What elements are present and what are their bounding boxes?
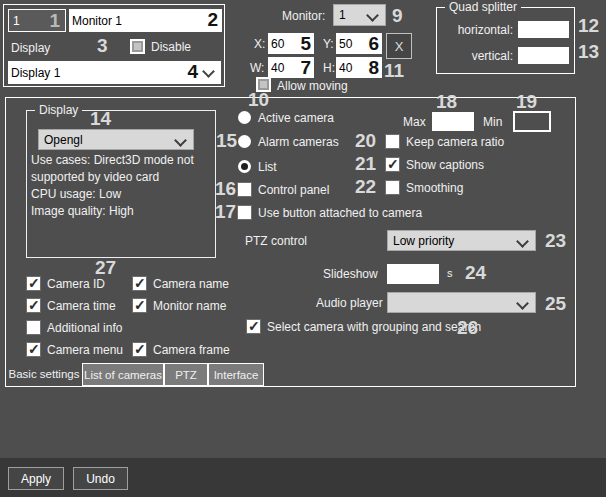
x-input[interactable]: 60 5 — [268, 33, 314, 54]
control-panel-label: Control panel — [258, 183, 329, 197]
callout-15: 15 — [216, 131, 237, 150]
list-label: List — [258, 160, 277, 174]
show-captions-label: Show captions — [406, 158, 484, 172]
monitor-list-cell[interactable]: 1 1 — [8, 9, 66, 32]
quad-splitter-group: Quad splitter horizontal: vertical: — [436, 7, 575, 74]
alarm-cameras-label: Alarm cameras — [258, 135, 339, 149]
alarm-cameras-radio[interactable] — [238, 135, 251, 148]
main-settings-panel: Display 14 Opengl Use cases: Direct3D mo… — [5, 97, 576, 387]
apply-button[interactable]: Apply — [8, 467, 64, 490]
chevron-down-icon — [202, 65, 215, 78]
w-value: 40 — [271, 61, 284, 75]
callout-11: 11 — [384, 61, 404, 80]
w-input[interactable]: 40 7 — [268, 57, 314, 78]
callout-10: 10 — [248, 90, 269, 109]
callout-1: 1 — [49, 11, 60, 30]
callout-8: 8 — [368, 58, 379, 77]
grouping-checkbox[interactable] — [246, 319, 261, 334]
ptz-control-select[interactable]: Low priority — [387, 230, 536, 251]
monitor-name-checkbox[interactable] — [132, 298, 147, 313]
use-button-label: Use button attached to camera — [258, 206, 422, 220]
monitor-name-value: Monitor 1 — [72, 14, 122, 28]
x-label: X: — [254, 37, 265, 51]
callout-13: 13 — [578, 42, 599, 61]
display-label: Display — [11, 41, 50, 55]
slideshow-input[interactable] — [387, 264, 439, 284]
tab-basic-settings[interactable]: Basic settings — [6, 362, 82, 385]
camera-id-label: Camera ID — [47, 277, 105, 291]
additional-info-checkbox[interactable] — [26, 320, 41, 335]
y-label: Y: — [323, 37, 334, 51]
y-value: 50 — [339, 37, 352, 51]
render-mode-select[interactable]: Opengl — [38, 129, 194, 150]
grouping-label: Select camera with grouping and search — [267, 320, 481, 334]
h-value: 40 — [339, 61, 352, 75]
camera-frame-checkbox[interactable] — [132, 342, 147, 357]
active-camera-radio[interactable] — [238, 111, 251, 124]
x-value: 60 — [271, 37, 284, 51]
chevron-down-icon — [174, 134, 187, 147]
camera-menu-checkbox[interactable] — [26, 342, 41, 357]
use-button-checkbox[interactable] — [237, 205, 252, 220]
chevron-down-icon — [516, 235, 529, 248]
camera-menu-label: Camera menu — [47, 343, 123, 357]
y-input[interactable]: 50 6 — [336, 33, 382, 54]
tab-ptz[interactable]: PTZ — [164, 363, 208, 386]
camera-id-checkbox[interactable] — [26, 276, 41, 291]
monitor-name-input[interactable]: Monitor 1 2 — [69, 9, 222, 32]
monitor-box: 1 1 Monitor 1 2 Display 3 Disable Displa… — [3, 4, 225, 87]
callout-21: 21 — [355, 154, 376, 173]
smoothing-checkbox[interactable] — [385, 180, 400, 195]
ptz-control-label: PTZ control — [245, 234, 307, 248]
display-group-title: Display — [35, 103, 82, 118]
callout-4: 4 — [187, 62, 198, 81]
callout-7: 7 — [300, 58, 311, 77]
keep-ratio-label: Keep camera ratio — [406, 135, 504, 149]
callout-6: 6 — [368, 34, 379, 53]
list-radio[interactable] — [238, 160, 251, 173]
callout-12: 12 — [578, 16, 599, 35]
horizontal-label: horizontal: — [443, 23, 513, 37]
callout-22: 22 — [355, 177, 376, 196]
undo-button[interactable]: Undo — [73, 467, 128, 490]
monitor-select[interactable]: 1 — [333, 4, 386, 26]
camera-time-checkbox[interactable] — [26, 298, 41, 313]
display-select[interactable]: Display 1 4 — [8, 61, 221, 84]
show-captions-checkbox[interactable] — [385, 157, 400, 172]
callout-24: 24 — [465, 263, 486, 282]
callout-27: 27 — [95, 258, 116, 277]
camera-frame-label: Camera frame — [153, 343, 230, 357]
monitor-list-value: 1 — [13, 14, 20, 28]
callout-5: 5 — [300, 34, 311, 53]
chevron-down-icon — [366, 9, 379, 22]
callout-23: 23 — [545, 231, 566, 250]
render-mode-description: Use cases: Direct3D mode not supported b… — [31, 152, 194, 220]
quad-splitter-title: Quad splitter — [445, 0, 521, 15]
w-label: W: — [250, 61, 264, 75]
camera-name-checkbox[interactable] — [132, 276, 147, 291]
vertical-label: vertical: — [443, 49, 513, 63]
close-monitor-button[interactable]: X — [386, 33, 412, 59]
horizontal-input[interactable] — [518, 21, 569, 38]
slideshow-unit: s — [447, 267, 453, 279]
audio-player-select[interactable] — [387, 292, 536, 313]
vertical-input[interactable] — [518, 47, 569, 64]
audio-player-label: Audio player — [316, 296, 383, 310]
monitor-select-label: Monitor: — [282, 9, 325, 23]
h-input[interactable]: 40 8 — [336, 57, 382, 78]
keep-ratio-checkbox[interactable] — [385, 134, 400, 149]
max-input[interactable] — [432, 112, 474, 131]
control-panel-checkbox[interactable] — [237, 182, 252, 197]
min-input[interactable] — [513, 111, 551, 132]
callout-14: 14 — [90, 109, 111, 128]
render-mode-value: Opengl — [44, 133, 83, 147]
callout-2: 2 — [207, 10, 218, 29]
callout-19: 19 — [516, 92, 537, 111]
additional-info-label: Additional info — [47, 321, 122, 335]
disable-checkbox[interactable] — [130, 39, 145, 54]
tab-interface[interactable]: Interface — [208, 363, 264, 386]
callout-26: 26 — [457, 318, 478, 337]
ptz-control-value: Low priority — [393, 234, 454, 248]
tab-list-of-cameras[interactable]: List of cameras — [82, 363, 164, 386]
max-label: Max — [403, 115, 426, 129]
